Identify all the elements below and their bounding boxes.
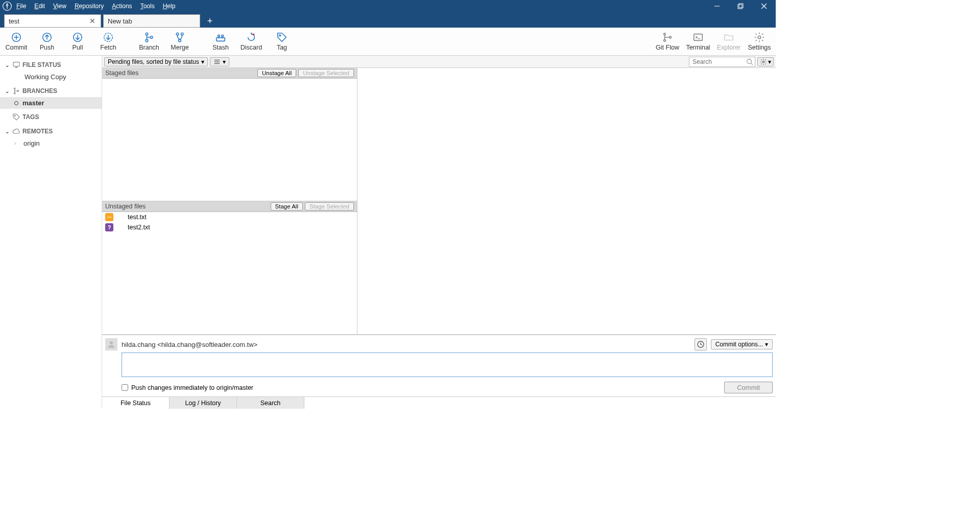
unknown-file-icon: ? — [105, 223, 113, 231]
gear-dropdown[interactable]: ▾ — [757, 57, 774, 66]
menu-file[interactable]: File — [16, 3, 26, 10]
caret-down-icon: ▾ — [223, 58, 226, 65]
menu-actions[interactable]: Actions — [112, 3, 132, 10]
unstage-all-button[interactable]: Unstage All — [257, 69, 296, 77]
caret-down-icon: ▾ — [768, 58, 771, 65]
main-menu: File Edit View Repository Actions Tools … — [16, 3, 175, 10]
file-row[interactable]: ···test.txt — [102, 212, 357, 222]
repo-tab-active[interactable]: test ✕ — [4, 14, 101, 28]
svg-point-29 — [664, 40, 666, 42]
svg-point-28 — [664, 33, 666, 35]
bottom-tab-file-status[interactable]: File Status — [102, 397, 170, 409]
commit-button[interactable]: Commit — [724, 382, 773, 393]
stage-all-button[interactable]: Stage All — [271, 202, 303, 210]
chevron-down-icon: ⌄ — [5, 62, 10, 68]
repo-tab-label: New tab — [108, 17, 132, 25]
clock-icon — [697, 340, 705, 348]
monitor-icon — [12, 61, 20, 69]
menu-view[interactable]: View — [53, 3, 66, 10]
sidebar-section-tags[interactable]: TAGS — [0, 111, 102, 123]
unstage-selected-button[interactable]: Unstage Selected — [298, 69, 354, 77]
branch-tool[interactable]: Branch — [134, 28, 164, 56]
svg-point-17 — [150, 36, 153, 39]
add-tab-button[interactable]: + — [202, 14, 218, 28]
tag-tool[interactable]: Tag — [267, 28, 297, 56]
menu-edit[interactable]: Edit — [34, 3, 45, 10]
menu-tools[interactable]: Tools — [140, 3, 155, 10]
commit-tool[interactable]: Commit — [1, 28, 32, 56]
commit-history-button[interactable] — [695, 338, 707, 350]
diff-pane[interactable] — [357, 68, 776, 334]
maximize-button[interactable] — [729, 0, 752, 12]
sidebar-item-working-copy[interactable]: Working Copy — [0, 71, 102, 83]
commit-options-dropdown[interactable]: Commit options... ▾ — [711, 339, 773, 349]
svg-point-16 — [146, 39, 148, 42]
push-immediately-input[interactable] — [122, 384, 128, 391]
repo-tab-new[interactable]: New tab — [103, 14, 200, 28]
stage-selected-button[interactable]: Stage Selected — [305, 202, 354, 210]
svg-rect-2 — [738, 5, 742, 9]
repo-tabs-bar: test ✕ New tab + — [0, 12, 776, 28]
fetch-tool[interactable]: Fetch — [93, 28, 124, 56]
svg-point-23 — [222, 35, 224, 37]
unstaged-file-list[interactable]: ···test.txt?test2.txt — [102, 212, 357, 334]
caret-down-icon: ▾ — [201, 58, 204, 65]
commit-author: hilda.chang <hilda.chang@softleader.com.… — [122, 341, 257, 348]
branch-icon — [12, 87, 20, 95]
settings-tool[interactable]: Settings — [744, 28, 775, 56]
sidebar-item-origin[interactable]: › origin — [0, 137, 102, 149]
svg-point-20 — [179, 39, 181, 42]
chevron-right-icon: › — [14, 140, 19, 146]
staged-file-list[interactable] — [102, 79, 357, 201]
svg-point-18 — [176, 33, 179, 35]
sidebar-section-remotes[interactable]: ⌄ REMOTES — [0, 125, 102, 137]
svg-point-19 — [181, 33, 183, 35]
cloud-icon — [12, 127, 20, 135]
chevron-down-icon: ⌄ — [5, 88, 10, 94]
discard-tool[interactable]: Discard — [236, 28, 267, 56]
close-icon[interactable]: ✕ — [88, 17, 97, 25]
svg-rect-3 — [739, 4, 743, 8]
explorer-tool[interactable]: Explorer — [713, 28, 744, 56]
pull-tool[interactable]: Pull — [62, 28, 93, 56]
gitflow-tool[interactable]: Git Flow — [652, 28, 683, 56]
svg-rect-21 — [217, 38, 225, 41]
gear-icon — [760, 58, 767, 65]
minimize-button[interactable] — [705, 0, 729, 12]
stash-tool[interactable]: Stash — [205, 28, 236, 56]
merge-tool[interactable]: Merge — [164, 28, 195, 56]
menu-repository[interactable]: Repository — [75, 3, 104, 10]
bottom-tab-log[interactable]: Log / History — [170, 397, 237, 409]
commit-message-input[interactable] — [122, 353, 773, 377]
svg-point-37 — [14, 88, 15, 89]
toolbar: Commit Push Pull Fetch Branch Merge Stas… — [0, 28, 776, 56]
unstaged-title: Unstaged files — [105, 203, 146, 210]
svg-line-45 — [751, 63, 753, 65]
caret-down-icon: ▾ — [765, 341, 768, 348]
svg-point-46 — [762, 61, 764, 63]
terminal-tool[interactable]: Terminal — [683, 28, 713, 56]
view-mode-dropdown[interactable]: ▾ — [210, 57, 229, 66]
sidebar-section-file-status[interactable]: ⌄ FILE STATUS — [0, 59, 102, 71]
staged-title: Staged files — [105, 69, 138, 77]
current-branch-icon — [14, 101, 18, 105]
content-area: Pending files, sorted by file status ▾ ▾… — [102, 56, 776, 409]
close-button[interactable] — [752, 0, 776, 12]
push-tool[interactable]: Push — [32, 28, 62, 56]
file-row[interactable]: ?test2.txt — [102, 222, 357, 232]
svg-point-44 — [747, 59, 752, 63]
sidebar-item-master[interactable]: master — [0, 97, 102, 109]
svg-rect-31 — [694, 34, 703, 41]
svg-point-47 — [110, 341, 113, 344]
menu-help[interactable]: Help — [163, 3, 176, 10]
pending-files-dropdown[interactable]: Pending files, sorted by file status ▾ — [104, 57, 208, 66]
commit-area: hilda.chang <hilda.chang@softleader.com.… — [102, 335, 776, 396]
sidebar-section-branches[interactable]: ⌄ BRANCHES — [0, 85, 102, 97]
bottom-tab-search[interactable]: Search — [237, 397, 304, 409]
push-immediately-checkbox[interactable]: Push changes immediately to origin/maste… — [122, 384, 253, 391]
svg-point-33 — [758, 36, 761, 39]
svg-point-15 — [146, 33, 148, 35]
search-input[interactable] — [689, 57, 755, 67]
svg-rect-34 — [13, 62, 19, 66]
filter-bar: Pending files, sorted by file status ▾ ▾… — [102, 56, 776, 68]
